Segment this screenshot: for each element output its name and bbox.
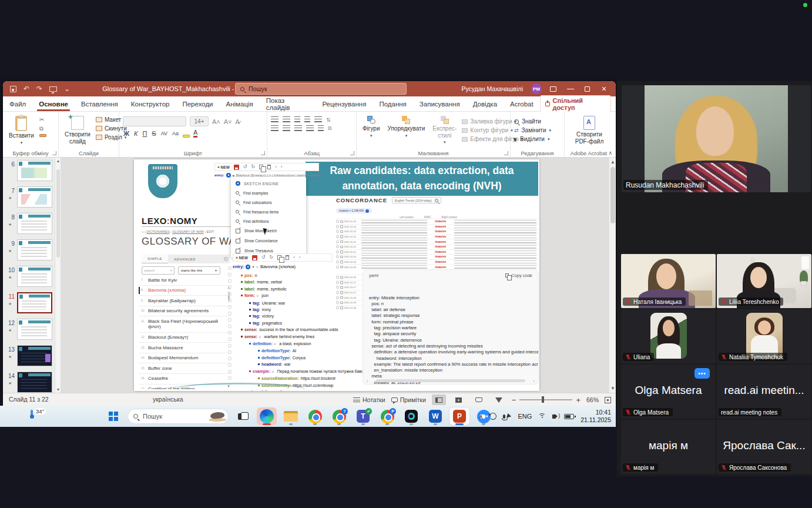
- sketch-menu-item[interactable]: Find definitions: [231, 216, 306, 226]
- clear-formatting-icon[interactable]: A̷: [236, 118, 240, 125]
- normal-view-button[interactable]: [432, 395, 446, 405]
- ribbon-tab[interactable]: Довідка: [467, 96, 504, 111]
- quick-styles-button[interactable]: Експрес-стилі▾: [430, 115, 459, 149]
- prev-entry-icon[interactable]: ‹: [293, 255, 295, 260]
- ribbon-search-box[interactable]: Пошук: [235, 83, 407, 95]
- account-avatar[interactable]: PM: [531, 83, 542, 94]
- concordance-row[interactable]: 2025-10-17: [336, 285, 363, 290]
- zoom-slider[interactable]: [519, 399, 572, 400]
- slide-title[interactable]: Raw candidates: data extraction, data an…: [306, 162, 538, 196]
- slideshow-view-button[interactable]: [492, 395, 506, 405]
- shapes-button[interactable]: Фігури▾: [360, 115, 382, 149]
- share-button[interactable]: Спільний доступ: [540, 95, 611, 113]
- find-button[interactable]: Знайти: [514, 118, 551, 125]
- participant-tile[interactable]: Olga Matsera ••• Olga Matsera: [621, 365, 716, 419]
- zoom-percentage[interactable]: 66%: [586, 396, 599, 403]
- drawing-dialog-launcher[interactable]: [504, 151, 508, 155]
- ribbon-tab[interactable]: Рецензування: [316, 96, 373, 111]
- taskbar-search[interactable]: Пошук: [127, 409, 229, 424]
- cut-icon[interactable]: ✂: [39, 116, 47, 123]
- term-list-item[interactable]: 11. Black Sea Fleet (Чорноморський флот): [139, 316, 231, 332]
- taskbar-powerpoint[interactable]: P: [449, 407, 469, 425]
- select-button[interactable]: Виділити▾: [514, 136, 551, 142]
- columns-icon[interactable]: [318, 125, 324, 132]
- term-list-item[interactable]: 12. Blackout (Блекаут): [139, 332, 231, 343]
- strikethrough-button[interactable]: S: [151, 130, 156, 137]
- hscrollbar-thumb[interactable]: [376, 379, 525, 382]
- sketch-menu-item[interactable]: Find examples: [231, 188, 306, 198]
- zoom-slider-thumb[interactable]: [542, 396, 544, 403]
- new-entry-button[interactable]: + NEW: [217, 165, 230, 169]
- bullets-icon[interactable]: [271, 116, 279, 123]
- concordance-row[interactable]: 2025-10-15 invasion: [336, 239, 538, 244]
- sketch-menu-item[interactable]: Find collocations: [231, 198, 306, 207]
- clear-search-icon[interactable]: ×: [170, 269, 172, 272]
- font-name-select[interactable]: [123, 116, 186, 126]
- font-dialog-launcher[interactable]: [261, 151, 265, 155]
- hidden-icons-chevron[interactable]: ∧: [479, 413, 483, 420]
- scroll-up-icon[interactable]: ▲: [609, 159, 616, 165]
- new-entry-button[interactable]: + NEW: [236, 256, 248, 260]
- task-view-button[interactable]: [233, 407, 253, 425]
- new-slide-button[interactable]: Створити слайд: [62, 115, 93, 149]
- scroll-down-icon[interactable]: ▼: [55, 387, 61, 392]
- save-icon[interactable]: [10, 86, 16, 92]
- ribbon-tab[interactable]: Основне: [32, 96, 75, 111]
- copy-icon[interactable]: ⧉: [39, 125, 47, 132]
- concordance-row[interactable]: 2025-10-18: [336, 305, 363, 310]
- concordance-row[interactable]: 2025-10-14 invasion: [336, 219, 538, 224]
- tree-node[interactable]: tag:∨pragmatics: [249, 320, 374, 326]
- row-checkbox[interactable]: [340, 240, 343, 243]
- tree-node[interactable]: definitionType:∨Corpus: [258, 355, 374, 361]
- undo-icon[interactable]: ↺: [261, 255, 266, 260]
- volume-icon[interactable]: [552, 415, 556, 419]
- redo-icon[interactable]: ↻: [251, 165, 255, 169]
- delete-icon[interactable]: [267, 165, 271, 169]
- row-checkbox[interactable]: [340, 225, 343, 228]
- slide-thumbnail[interactable]: 7 ★: [3, 185, 55, 210]
- arrange-button[interactable]: Упорядкувати▾: [385, 115, 428, 149]
- smartart-convert-icon[interactable]: ⧉: [328, 125, 331, 132]
- fit-to-window-icon[interactable]: [605, 397, 611, 403]
- term-list-item[interactable]: 7. Battle for Kyiv: [139, 279, 231, 285]
- start-slideshow-icon[interactable]: [49, 86, 57, 92]
- align-left-icon[interactable]: [271, 125, 279, 132]
- ribbon-tab[interactable]: Acrobat: [504, 96, 540, 111]
- char-spacing-button[interactable]: AV: [160, 131, 168, 136]
- term-list-item[interactable]: 14. Budapest Memorandum: [139, 353, 231, 363]
- slide-thumbnail[interactable]: 14 ★: [3, 370, 55, 393]
- align-right-icon[interactable]: [294, 125, 302, 132]
- participant-tile[interactable]: read.ai meetin... read.ai meeting notes: [717, 365, 811, 419]
- line-spacing-icon[interactable]: [314, 116, 322, 123]
- slide-thumbnail[interactable]: 8 ★: [3, 212, 55, 237]
- term-list-item[interactable]: 16. Ceasefire: [139, 373, 231, 384]
- prev-entry-icon[interactable]: ‹: [275, 165, 277, 169]
- save-entry-icon[interactable]: [252, 255, 257, 260]
- ribbon-tab[interactable]: Файл: [3, 96, 32, 111]
- concordance-row[interactable]: 2025-10-17: [336, 290, 363, 295]
- participant-tile[interactable]: Liliia Tereshchenko: [717, 254, 811, 308]
- tree-node[interactable]: sense:∨success in the face of insurmount…: [241, 326, 374, 333]
- participant-tile[interactable]: Ярослава Сак... Ярослава Саксонова: [717, 420, 811, 474]
- slide-thumbnail[interactable]: 9 ★: [3, 238, 55, 263]
- concordance-row[interactable]: 2025-10-14 invasion: [336, 229, 538, 234]
- scrollbar-thumb[interactable]: [610, 167, 615, 223]
- next-entry-icon[interactable]: ›: [299, 255, 301, 260]
- slide-canvas[interactable]: Raw candidates: data extraction, data an…: [134, 159, 539, 391]
- start-button[interactable]: [103, 407, 123, 425]
- scrollbar-thumb[interactable]: [56, 169, 60, 258]
- taskbar-teams[interactable]: T✓: [353, 407, 373, 425]
- query-chip[interactable]: invasion × 2,148,434: [336, 208, 372, 213]
- taskbar-edge[interactable]: [257, 407, 277, 425]
- tree-node[interactable]: sourceElaboration:∨https://surl.li/oobrd…: [258, 375, 374, 382]
- sketch-engine-icon[interactable]: [226, 173, 231, 178]
- ribbon-tab[interactable]: Показ слайдів: [260, 96, 316, 111]
- ribbon-tab[interactable]: Подання: [373, 96, 412, 111]
- redo-icon[interactable]: ↷: [36, 85, 42, 92]
- change-case-button[interactable]: Aa: [172, 131, 179, 136]
- slide-thumbnail[interactable]: 6 ★: [3, 159, 55, 184]
- concordance-row[interactable]: 2025-10-16: [336, 275, 363, 280]
- sketch-menu-item[interactable]: Show Word Sketch: [231, 226, 306, 236]
- create-pdf-button[interactable]: Створити PDF-файл: [568, 115, 610, 149]
- hscroll-right-icon[interactable]: ›: [533, 379, 535, 383]
